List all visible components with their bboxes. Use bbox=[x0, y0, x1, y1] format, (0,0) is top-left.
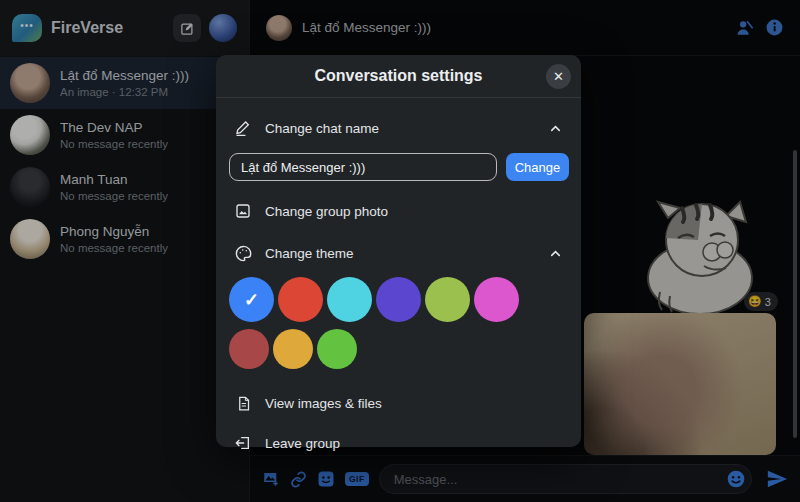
modal-header: Conversation settings ✕ bbox=[216, 55, 581, 98]
close-icon: ✕ bbox=[553, 69, 564, 84]
theme-swatch-green[interactable] bbox=[317, 329, 357, 369]
change-theme-row[interactable]: Change theme bbox=[216, 241, 581, 265]
conversation-settings-modal: Conversation settings ✕ Change chat name… bbox=[216, 55, 581, 447]
view-images-label: View images & files bbox=[265, 396, 563, 411]
theme-swatch-amber[interactable] bbox=[273, 329, 313, 369]
pencil-icon bbox=[234, 120, 252, 136]
change-chat-name-label: Change chat name bbox=[265, 121, 548, 136]
leave-group-row[interactable]: Leave group bbox=[216, 431, 581, 455]
leave-group-label: Leave group bbox=[265, 436, 563, 451]
change-theme-label: Change theme bbox=[265, 246, 548, 261]
collapse-section-button[interactable] bbox=[548, 121, 563, 136]
theme-swatch-magenta[interactable] bbox=[474, 277, 519, 322]
modal-title: Conversation settings bbox=[314, 67, 482, 85]
view-images-row[interactable]: View images & files bbox=[216, 391, 581, 415]
leave-group-icon bbox=[234, 435, 252, 451]
theme-swatch-olive[interactable] bbox=[425, 277, 470, 322]
theme-swatch-brick[interactable] bbox=[229, 329, 269, 369]
change-name-button[interactable]: Change bbox=[506, 153, 569, 181]
collapse-theme-button[interactable] bbox=[548, 246, 563, 261]
file-icon bbox=[234, 396, 252, 411]
theme-swatch-cyan[interactable] bbox=[327, 277, 372, 322]
theme-swatch-purple[interactable] bbox=[376, 277, 421, 322]
theme-swatch-blue[interactable] bbox=[229, 277, 274, 322]
chat-name-input[interactable] bbox=[229, 153, 497, 181]
image-icon bbox=[234, 203, 252, 219]
theme-swatch-grid bbox=[216, 265, 581, 369]
theme-swatch-red[interactable] bbox=[278, 277, 323, 322]
app-window: ••• FireVerse Lật đổ Messenger :))) An i… bbox=[0, 0, 800, 502]
change-chat-name-row[interactable]: Change chat name bbox=[216, 116, 581, 140]
close-button[interactable]: ✕ bbox=[546, 64, 571, 89]
palette-icon bbox=[234, 245, 252, 262]
chat-name-editor: Change bbox=[216, 153, 581, 181]
change-group-photo-label: Change group photo bbox=[265, 204, 563, 219]
change-group-photo-row[interactable]: Change group photo bbox=[216, 199, 581, 223]
